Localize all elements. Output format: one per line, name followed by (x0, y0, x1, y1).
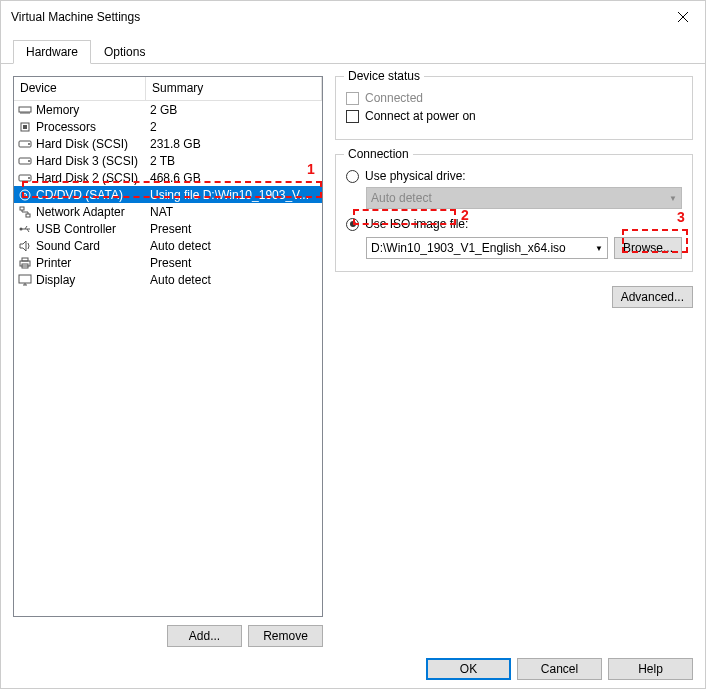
col-header-summary[interactable]: Summary (146, 77, 322, 100)
svg-rect-2 (19, 107, 31, 112)
disk-icon (18, 137, 32, 151)
poweron-checkbox[interactable] (346, 110, 359, 123)
window-title: Virtual Machine Settings (11, 10, 140, 24)
network-icon (18, 205, 32, 219)
iso-path-select[interactable]: D:\Win10_1903_V1_English_x64.iso ▼ (366, 237, 608, 259)
display-icon (18, 273, 32, 287)
row-network[interactable]: Network Adapter NAT (14, 203, 322, 220)
svg-point-16 (20, 190, 30, 200)
poweron-label: Connect at power on (365, 109, 476, 123)
svg-point-17 (24, 193, 27, 196)
row-cddvd[interactable]: CD/DVD (SATA) Using file D:\Win10_1903_V… (14, 186, 322, 203)
row-memory[interactable]: Memory 2 GB (14, 101, 322, 118)
svg-point-13 (28, 160, 30, 162)
add-button[interactable]: Add... (167, 625, 242, 647)
connection-legend: Connection (344, 147, 413, 161)
ok-button[interactable]: OK (426, 658, 511, 680)
cd-icon (18, 188, 32, 202)
chevron-down-icon: ▼ (669, 194, 677, 203)
svg-rect-19 (26, 214, 30, 217)
help-button[interactable]: Help (608, 658, 693, 680)
usb-icon (18, 222, 32, 236)
tab-hardware[interactable]: Hardware (13, 40, 91, 64)
row-processors[interactable]: Processors 2 (14, 118, 322, 135)
row-hdd-3[interactable]: Hard Disk 3 (SCSI) 2 TB (14, 152, 322, 169)
connection-group: Connection Use physical drive: Auto dete… (335, 154, 693, 272)
svg-rect-31 (19, 275, 31, 283)
connected-checkbox (346, 92, 359, 105)
row-hdd-2[interactable]: Hard Disk 2 (SCSI) 468.6 GB (14, 169, 322, 186)
sound-icon (18, 239, 32, 253)
browse-button[interactable]: Browse... (614, 237, 682, 259)
close-icon (678, 12, 688, 22)
svg-rect-18 (20, 207, 24, 210)
physical-drive-label: Use physical drive: (365, 169, 466, 183)
col-header-device[interactable]: Device (14, 77, 146, 100)
row-hdd-1[interactable]: Hard Disk (SCSI) 231.8 GB (14, 135, 322, 152)
chevron-down-icon: ▼ (595, 244, 603, 253)
tabs: Hardware Options (1, 39, 705, 64)
svg-marker-27 (20, 241, 26, 251)
svg-point-11 (28, 143, 30, 145)
svg-point-15 (28, 177, 30, 179)
device-table: Device Summary Memory 2 GB Processors 2 … (13, 76, 323, 617)
memory-icon (18, 103, 32, 117)
device-status-legend: Device status (344, 69, 424, 83)
printer-icon (18, 256, 32, 270)
advanced-button[interactable]: Advanced... (612, 286, 693, 308)
row-display[interactable]: Display Auto detect (14, 271, 322, 288)
svg-rect-9 (23, 125, 27, 129)
row-sound[interactable]: Sound Card Auto detect (14, 237, 322, 254)
iso-radio[interactable] (346, 218, 359, 231)
cpu-icon (18, 120, 32, 134)
disk-icon (18, 171, 32, 185)
tab-options[interactable]: Options (91, 40, 158, 64)
physical-drive-radio[interactable] (346, 170, 359, 183)
disk-icon (18, 154, 32, 168)
physical-drive-select: Auto detect ▼ (366, 187, 682, 209)
remove-button[interactable]: Remove (248, 625, 323, 647)
row-printer[interactable]: Printer Present (14, 254, 322, 271)
svg-rect-29 (22, 258, 28, 261)
iso-label: Use ISO image file: (365, 217, 468, 231)
close-button[interactable] (660, 2, 705, 32)
device-status-group: Device status Connected Connect at power… (335, 76, 693, 140)
row-usb[interactable]: USB Controller Present (14, 220, 322, 237)
titlebar: Virtual Machine Settings (1, 1, 705, 33)
cancel-button[interactable]: Cancel (517, 658, 602, 680)
connected-label: Connected (365, 91, 423, 105)
